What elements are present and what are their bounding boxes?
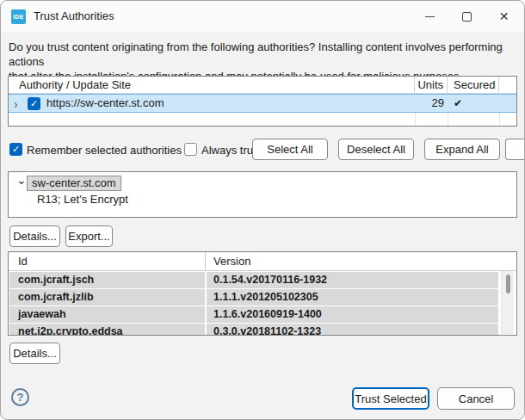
units-table-header: Id Version	[9, 252, 516, 271]
vertical-scrollbar[interactable]	[501, 271, 514, 334]
help-button[interactable]: ?	[11, 388, 29, 406]
unit-id: javaewah	[9, 306, 205, 323]
authorities-table-header: Authority / Update Site Units Secured	[9, 77, 516, 94]
column-header-authority[interactable]: Authority / Update Site	[9, 77, 415, 93]
title-bar[interactable]: IDE Trust Authorities ✕	[1, 1, 524, 32]
trust-authorities-dialog: IDE Trust Authorities ✕ Do you trust con…	[0, 0, 525, 420]
check-icon: ✓	[30, 99, 38, 108]
question-icon: ?	[17, 391, 24, 404]
check-icon: ✓	[12, 145, 20, 154]
description-line-1: Do you trust content originating from th…	[9, 40, 522, 69]
authority-row-selected[interactable]: › ✓ https://sw-center.st.com 29 ✔	[9, 94, 516, 113]
cancel-button[interactable]: Cancel	[437, 387, 515, 410]
select-all-button[interactable]: Select All	[252, 139, 328, 160]
table-row[interactable]: net.i2p.crypto.eddsa 0.3.0.v20181102-132…	[9, 324, 498, 336]
maximize-button[interactable]	[448, 1, 485, 32]
certificate-tree: ⌄ sw-center.st.com R13; Let's Encrypt	[8, 171, 517, 218]
table-row[interactable]: com.jcraft.jzlib 1.1.1.v201205102305	[9, 289, 498, 306]
table-row[interactable]: com.jcraft.jsch 0.1.54.v20170116-1932	[9, 272, 498, 288]
units-table-body: com.jcraft.jsch 0.1.54.v20170116-1932 co…	[9, 271, 516, 336]
column-header-version[interactable]: Version	[206, 252, 516, 270]
authority-url: https://sw-center.st.com	[46, 95, 164, 112]
authorities-table: Authority / Update Site Units Secured › …	[8, 76, 517, 127]
close-icon: ✕	[499, 10, 510, 22]
trust-selected-button[interactable]: Trust Selected	[352, 387, 429, 410]
window-title: Trust Authorities	[34, 9, 114, 22]
maximize-icon	[462, 12, 472, 22]
close-button[interactable]: ✕	[485, 1, 522, 32]
column-header-secured[interactable]: Secured	[448, 77, 499, 93]
window-controls: ✕	[411, 1, 522, 32]
certificate-export-button[interactable]: Export...	[65, 225, 113, 247]
scrollbar-thumb[interactable]	[506, 275, 510, 293]
certificate-details-button[interactable]: Details...	[9, 225, 60, 247]
minimize-button[interactable]	[411, 1, 448, 32]
minimize-icon	[425, 16, 435, 17]
tree-node-child[interactable]: R13; Let's Encrypt	[37, 193, 128, 206]
unit-id: com.jcraft.jsch	[9, 272, 205, 288]
always-trust-checkbox[interactable]	[184, 143, 197, 156]
tree-node-root[interactable]: sw-center.st.com	[27, 176, 121, 191]
expand-chevron-icon[interactable]: ›	[14, 96, 18, 113]
unit-details-button[interactable]: Details...	[9, 343, 60, 364]
collapse-chevron-icon[interactable]: ⌄	[16, 173, 27, 187]
unit-version: 0.3.0.v20181102-1323	[207, 324, 498, 336]
deselect-all-button[interactable]: Deselect All	[338, 139, 414, 160]
unit-version: 1.1.1.v201205102305	[207, 289, 498, 306]
table-row[interactable]: javaewah 1.1.6.v20160919-1400	[9, 306, 498, 323]
authority-checkbox[interactable]: ✓	[28, 97, 40, 110]
unit-id: net.i2p.crypto.eddsa	[9, 324, 205, 336]
unit-id: com.jcraft.jzlib	[9, 289, 205, 306]
column-header-units[interactable]: Units	[415, 77, 448, 93]
unit-version: 0.1.54.v20170116-1932	[207, 272, 498, 288]
secured-check-icon: ✔	[454, 95, 462, 112]
units-table: Id Version com.jcraft.jsch 0.1.54.v20170…	[8, 251, 517, 336]
remember-authorities-label[interactable]: Remember selected authorities	[27, 144, 182, 157]
unit-version: 1.1.6.v20160919-1400	[207, 306, 498, 323]
column-header-id[interactable]: Id	[9, 252, 206, 270]
remember-authorities-checkbox[interactable]: ✓	[9, 143, 22, 156]
clipped-button[interactable]	[505, 139, 525, 160]
expand-all-button[interactable]: Expand All	[424, 139, 500, 160]
authority-units-count: 29	[415, 95, 444, 112]
column-header-filler	[499, 77, 516, 93]
app-icon: IDE	[11, 9, 26, 24]
